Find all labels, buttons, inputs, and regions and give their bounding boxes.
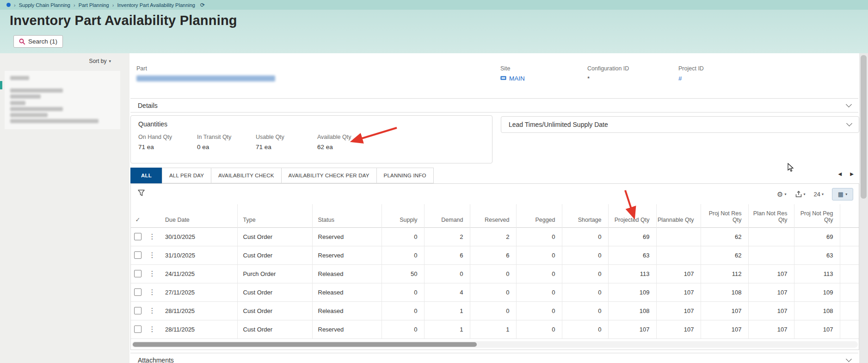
cell-proj-not-res-qty: 107: [701, 320, 748, 338]
page-size-selector[interactable]: 24 ▾: [814, 191, 824, 198]
breadcrumb-separator: ›: [112, 2, 114, 8]
breadcrumb-item-inventory-part-availability-planning[interactable]: Inventory Part Availability Planning: [117, 2, 195, 8]
redacted-line: [10, 101, 25, 105]
redacted-line: [10, 88, 63, 93]
cell-plannable-qty: 107: [656, 264, 701, 283]
tab-availability-check[interactable]: AVAILABILITY CHECK: [211, 168, 282, 183]
row-menu-button[interactable]: ⋮: [145, 269, 159, 278]
page-header: ›Supply Chain Planning›Part Planning›Inv…: [0, 0, 868, 53]
cell-due-date: 28/11/2025: [160, 301, 237, 320]
column-header-pegged[interactable]: Pegged: [516, 204, 562, 227]
row-menu-button[interactable]: ⋮: [145, 251, 159, 259]
cell-pl: [840, 246, 859, 264]
column-header-proj-not-peg-qty[interactable]: Proj Not Peg Qty: [794, 204, 840, 227]
qty-usable-label: Usable Qty: [256, 134, 317, 140]
tab-prev-icon[interactable]: ◀: [838, 171, 842, 176]
result-list-item[interactable]: [5, 71, 120, 129]
row-checkbox[interactable]: [134, 325, 142, 333]
lead-times-section-header[interactable]: Lead Times/Unlimited Supply Date: [501, 116, 859, 133]
cell-supply: 0: [382, 283, 424, 301]
tab-next-icon[interactable]: ▶: [850, 171, 854, 176]
table-row: ⋮27/11/2025Cust OrderReleased04000109107…: [131, 283, 859, 301]
qty-available-label: Available Qty: [317, 134, 376, 140]
breadcrumb-item-supply-chain-planning[interactable]: Supply Chain Planning: [19, 2, 70, 8]
cell-projected-qty: 63: [608, 246, 656, 264]
column-header-type[interactable]: Type: [237, 204, 312, 227]
cell-shortage: 0: [562, 301, 608, 320]
filter-icon[interactable]: [137, 189, 146, 197]
column-header-status[interactable]: Status: [312, 204, 382, 227]
grid-toolbar: ⚙ ▾ ▾ 24 ▾ ▦ ▾: [131, 184, 859, 204]
redacted-line: [10, 107, 63, 111]
qty-on-hand-label: On Hand Qty: [138, 134, 197, 140]
column-header-plannable-qty[interactable]: Plannable Qty: [656, 204, 701, 227]
details-section-header[interactable]: Details: [130, 98, 858, 113]
cell-pegged: 0: [516, 301, 562, 320]
search-icon: [19, 38, 25, 45]
sort-by-control[interactable]: Sort by ▾: [89, 58, 111, 64]
row-menu-button[interactable]: ⋮: [145, 325, 159, 333]
tab-all-per-day[interactable]: ALL PER DAY: [162, 168, 211, 183]
cell-proj-not-peg-qty: 108: [794, 301, 840, 320]
column-header-shortage[interactable]: Shortage: [562, 204, 608, 227]
row-checkbox[interactable]: [134, 251, 142, 259]
table-row: ⋮28/11/2025Cust OrderReleased01000108107…: [131, 301, 859, 320]
project-id-link[interactable]: #: [678, 75, 682, 82]
chevron-down-icon[interactable]: [846, 101, 852, 107]
table-row: ⋮31/10/2025Cust OrderReserved06600636263: [131, 246, 859, 264]
cell-proj-not-res-qty: 107: [701, 301, 748, 320]
row-checkbox[interactable]: [134, 307, 142, 314]
site-link[interactable]: MAIN: [509, 75, 525, 82]
chevron-down-icon[interactable]: [846, 120, 852, 126]
cell-due-date: 27/11/2025: [160, 283, 237, 301]
breadcrumb-item-part-planning[interactable]: Part Planning: [79, 2, 109, 8]
column-header-projected-qty[interactable]: Projected Qty: [608, 204, 656, 227]
cell-proj-not-peg-qty: 113: [794, 264, 840, 283]
cell-pegged: 0: [516, 264, 562, 283]
cell-status: Reserved: [312, 246, 382, 264]
row-checkbox[interactable]: [134, 270, 142, 277]
export-button[interactable]: ▾: [795, 190, 806, 198]
row-checkbox[interactable]: [134, 288, 142, 296]
row-menu-button[interactable]: ⋮: [145, 288, 159, 296]
quantities-title: Quantities: [138, 120, 485, 128]
vertical-scrollbar-thumb[interactable]: [861, 55, 867, 199]
column-header-proj-not-res-qty[interactable]: Proj Not Res Qty: [701, 204, 748, 227]
cell-status: Released: [312, 283, 382, 301]
cell-shortage: 0: [562, 264, 608, 283]
qty-in-transit-value: 0 ea: [197, 144, 256, 150]
column-header-demand[interactable]: Demand: [424, 204, 470, 227]
cell-proj-not-peg-qty: 109: [794, 283, 840, 301]
column-header-plan-not-res-qty[interactable]: Plan Not Res Qty: [748, 204, 794, 227]
field-configuration-id-label: Configuration ID: [587, 65, 629, 72]
cell-proj-not-peg-qty: 107: [794, 320, 840, 338]
row-checkbox[interactable]: [134, 233, 142, 240]
cell-plan-not-res-qty: [748, 227, 794, 246]
column-header-supply[interactable]: Supply: [382, 204, 424, 227]
cell-plan-not-res-qty: 107: [748, 283, 794, 301]
horizontal-scrollbar-thumb[interactable]: [133, 342, 477, 347]
tab-all[interactable]: ALL: [130, 168, 162, 183]
refresh-icon[interactable]: ⟳: [200, 2, 205, 8]
select-all-check-icon[interactable]: ✓: [131, 204, 145, 227]
tab-availability-check-per-day[interactable]: AVAILABILITY CHECK PER DAY: [281, 168, 377, 183]
cell-projected-qty: 107: [608, 320, 656, 338]
cell-plannable-qty: 107: [656, 283, 701, 301]
app-home-icon[interactable]: [6, 3, 11, 7]
chevron-down-icon[interactable]: [846, 356, 852, 362]
tab-planning-info[interactable]: PLANNING INFO: [376, 168, 434, 183]
attachments-section-header[interactable]: Attachments: [130, 353, 858, 363]
row-menu-button[interactable]: ⋮: [145, 232, 159, 241]
view-mode-button[interactable]: ▦ ▾: [832, 188, 853, 200]
table-scroll-area: ✓Due DateTypeStatusSupplyDemandReservedP…: [131, 204, 859, 339]
column-header-reserved[interactable]: Reserved: [470, 204, 516, 227]
field-part-label: Part: [136, 65, 275, 72]
grid-settings-button[interactable]: ⚙ ▾: [777, 191, 786, 198]
breadcrumb-separator: ›: [14, 2, 16, 8]
column-header-pl[interactable]: Pl: [840, 204, 859, 227]
cell-pegged: 0: [516, 227, 562, 246]
row-menu-button[interactable]: ⋮: [145, 307, 159, 315]
column-header-due-date[interactable]: Due Date: [160, 204, 237, 227]
search-button[interactable]: Search (1): [13, 35, 63, 48]
cell-status: Released: [312, 301, 382, 320]
